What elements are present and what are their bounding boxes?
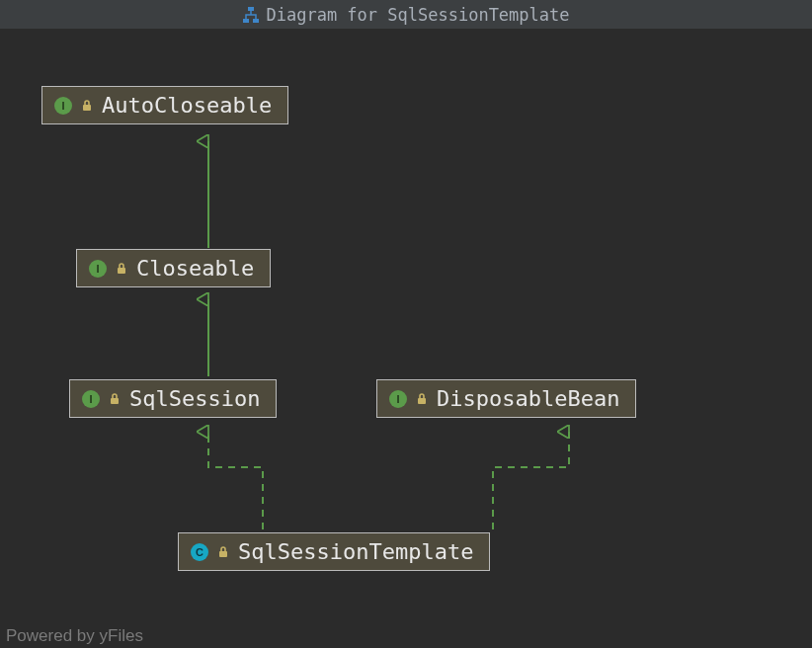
svg-rect-8 <box>418 398 426 404</box>
svg-rect-0 <box>248 7 254 11</box>
lock-icon <box>415 392 429 406</box>
node-label: Closeable <box>136 256 254 281</box>
svg-rect-5 <box>83 105 91 111</box>
svg-rect-9 <box>219 551 227 557</box>
node-disposablebean[interactable]: I DisposableBean <box>376 379 636 418</box>
diagram-title: Diagram for SqlSessionTemplate <box>266 5 569 25</box>
node-label: AutoCloseable <box>102 93 272 118</box>
node-sqlsessiontemplate[interactable]: C SqlSessionTemplate <box>178 532 490 571</box>
class-badge-icon: C <box>191 543 208 561</box>
interface-badge-icon: I <box>54 97 72 115</box>
svg-rect-6 <box>118 268 125 274</box>
lock-icon <box>216 545 230 559</box>
interface-badge-icon: I <box>82 390 100 408</box>
node-autocloseable[interactable]: I AutoCloseable <box>41 86 288 124</box>
node-label: SqlSession <box>129 386 260 411</box>
node-label: SqlSessionTemplate <box>238 539 473 564</box>
svg-rect-7 <box>111 398 119 404</box>
interface-badge-icon: I <box>389 390 407 408</box>
lock-icon <box>115 262 128 276</box>
lock-icon <box>108 392 122 406</box>
node-label: DisposableBean <box>437 386 619 411</box>
node-sqlsession[interactable]: I SqlSession <box>69 379 277 418</box>
diagram-header: Diagram for SqlSessionTemplate <box>0 0 812 29</box>
svg-rect-2 <box>253 19 259 23</box>
svg-rect-1 <box>243 19 249 23</box>
node-closeable[interactable]: I Closeable <box>76 249 271 287</box>
interface-badge-icon: I <box>89 260 107 278</box>
diagram-canvas[interactable]: I AutoCloseable I Closeable I SqlSession… <box>0 29 812 648</box>
powered-by-label: Powered by yFiles <box>6 626 143 646</box>
lock-icon <box>80 99 94 113</box>
diagram-icon <box>242 6 260 24</box>
